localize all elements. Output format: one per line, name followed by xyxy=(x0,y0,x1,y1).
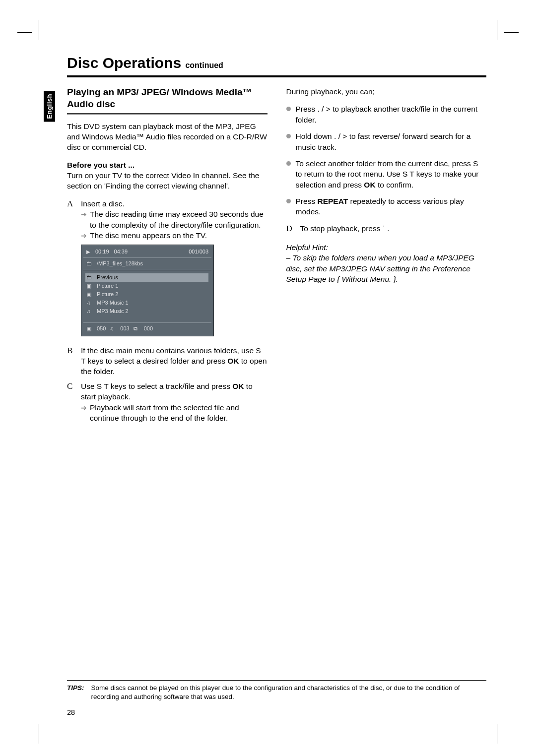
crop-mark xyxy=(39,724,39,744)
play-icon: ▶ xyxy=(86,249,90,255)
page-title-continued: continued xyxy=(185,61,223,69)
music-icon: ♫ xyxy=(86,308,93,315)
ok-key: OK xyxy=(364,181,375,189)
bullet-icon xyxy=(286,161,291,166)
disc-menu-item: ♫ MP3 Music 1 xyxy=(86,299,208,307)
bullet-text: Press REPEAT repeatedly to access variou… xyxy=(296,196,487,217)
music-icon: ♫ xyxy=(86,299,93,307)
bullet-text-span: Press xyxy=(296,197,318,205)
repeat-key: REPEAT xyxy=(317,197,348,205)
disc-menu-item: ▣ Picture 2 xyxy=(86,290,208,299)
crop-mark xyxy=(17,32,32,33)
helpful-hint: Helpful Hint: – To skip the folders menu… xyxy=(286,242,487,285)
bullet-item: Press REPEAT repeatedly to access variou… xyxy=(286,196,487,217)
folder-icon: 🗀 xyxy=(86,260,93,267)
before-you-start-body: Turn on your TV to the correct Video In … xyxy=(67,171,259,190)
status-music-count: 003 xyxy=(120,325,129,332)
previous-label: Previous xyxy=(97,274,118,281)
bullet-text: Press . / > to playback another track/fi… xyxy=(296,104,487,125)
step-text: Insert a disc. xyxy=(81,198,268,209)
status-pic-count: 050 xyxy=(97,325,106,332)
page-number: 28 xyxy=(67,708,75,716)
disc-menu-illustration: ▶ 00:19 04:39 001/003 🗀 \MP3_files_128kb… xyxy=(81,245,214,336)
right-intro: During playback, you can; xyxy=(286,86,487,97)
bullet-icon xyxy=(286,199,291,203)
disc-menu-item: ♫ MP3 Music 2 xyxy=(86,307,208,315)
step-letter: A xyxy=(67,198,76,241)
bullet-text: To select another folder from the curren… xyxy=(296,158,487,190)
video-icon: ⧉ xyxy=(134,325,140,332)
step-c: C Use S T keys to select a track/file an… xyxy=(67,381,268,424)
before-you-start: Before you start ... Turn on your TV to … xyxy=(67,160,268,191)
picture-icon: ▣ xyxy=(86,282,93,290)
step-arrow-line: The disc reading time may exceed 30 seco… xyxy=(81,209,268,230)
section-heading: Playing an MP3/ JPEG/ Windows Media™ Aud… xyxy=(67,86,268,115)
disc-menu-item-label: MP3 Music 1 xyxy=(97,299,129,307)
tips-footer: TIPS: Some discs cannot be played on thi… xyxy=(67,680,486,701)
step-arrow-line: Playback will start from the selected fi… xyxy=(81,402,268,424)
bullet-text: Hold down . / > to fast reverse/ forward… xyxy=(296,131,487,152)
disc-path: \MP3_files_128kbs xyxy=(97,260,143,267)
page-title: Disc Operations continued xyxy=(67,55,486,77)
step-d: D To stop playback, press ˙ . xyxy=(286,223,487,234)
before-you-start-label: Before you start ... xyxy=(67,161,134,169)
bullet-item: To select another folder from the curren… xyxy=(286,158,487,190)
disc-menu-previous: 🗀 Previous xyxy=(85,273,208,282)
bullet-icon xyxy=(286,134,291,138)
disc-menu-item: ▣ Picture 1 xyxy=(86,282,208,290)
crop-mark xyxy=(39,20,39,40)
time-total: 04:39 xyxy=(114,248,128,255)
status-video-count: 000 xyxy=(144,325,153,332)
crop-mark xyxy=(504,32,519,33)
bullet-icon xyxy=(286,107,291,111)
step-text: If the disc main menu contains various f… xyxy=(81,345,268,377)
folder-icon: 🗀 xyxy=(86,274,93,281)
music-icon: ♫ xyxy=(110,325,116,332)
disc-menu-item-label: Picture 2 xyxy=(97,291,118,298)
picture-icon: ▣ xyxy=(86,291,93,298)
step-letter: D xyxy=(286,223,295,234)
language-tab: English xyxy=(44,91,55,122)
step-letter: B xyxy=(67,345,76,377)
step-text: To stop playback, press ˙ . xyxy=(300,223,487,234)
crop-mark xyxy=(497,20,497,40)
bullet-item: Press . / > to playback another track/fi… xyxy=(286,104,487,125)
hint-body: – To skip the folders menu when you load… xyxy=(286,253,474,283)
tips-body: Some discs cannot be played on this play… xyxy=(91,684,486,701)
step-b: B If the disc main menu contains various… xyxy=(67,345,268,377)
track-index: 001/003 xyxy=(189,248,208,255)
ok-key: OK xyxy=(232,382,244,390)
step-letter: C xyxy=(67,381,76,424)
disc-menu-item-label: MP3 Music 2 xyxy=(97,308,129,315)
tips-label: TIPS: xyxy=(67,684,84,701)
ok-key: OK xyxy=(227,357,239,365)
bullet-item: Hold down . / > to fast reverse/ forward… xyxy=(286,131,487,152)
step-a: A Insert a disc. The disc reading time m… xyxy=(67,198,268,241)
page-title-main: Disc Operations xyxy=(67,55,181,71)
step-text: Use S T keys to select a track/file and … xyxy=(81,381,268,402)
step-arrow-line: The disc menu appears on the TV. xyxy=(81,230,268,241)
bullet-text-span: to confirm. xyxy=(376,181,414,189)
intro-paragraph: This DVD system can playback most of the… xyxy=(67,121,268,153)
picture-icon: ▣ xyxy=(86,325,93,332)
step-text-span: Use S T keys to select a track/file and … xyxy=(81,382,232,390)
time-elapsed: 00:19 xyxy=(95,248,109,255)
crop-mark xyxy=(497,724,497,744)
hint-label: Helpful Hint: xyxy=(286,243,328,252)
disc-menu-item-label: Picture 1 xyxy=(97,282,118,290)
